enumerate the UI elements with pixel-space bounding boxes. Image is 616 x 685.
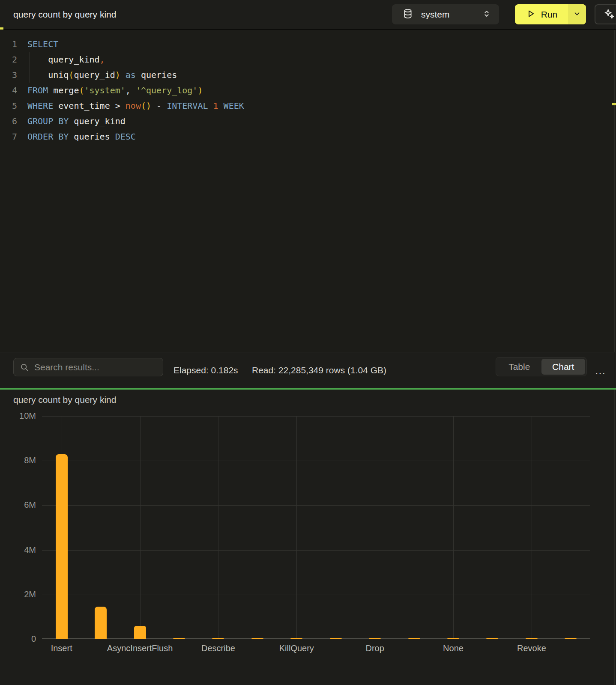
run-button[interactable]: Run xyxy=(515,4,586,24)
chevron-up-down-icon xyxy=(482,9,491,21)
chart-pane: query count by query kind 10M8M6M4M2M0 I… xyxy=(0,390,616,685)
bar[interactable] xyxy=(486,638,498,639)
indent-guide xyxy=(30,52,30,83)
bar[interactable] xyxy=(95,607,107,639)
search-icon xyxy=(20,363,29,372)
active-tab-marker xyxy=(0,27,3,30)
x-axis-label: Describe xyxy=(201,643,235,653)
bar[interactable] xyxy=(212,638,224,639)
y-axis-label: 10M xyxy=(0,411,36,421)
bar[interactable] xyxy=(56,454,68,639)
x-axis-label: Drop xyxy=(365,643,384,653)
code-line: 4FROM merge('system', '^query_log') xyxy=(0,83,600,98)
code-line: 7ORDER BY queries DESC xyxy=(0,129,600,144)
gridline-vertical xyxy=(140,416,141,639)
ellipsis-icon: … xyxy=(595,364,607,377)
gridline-vertical xyxy=(453,416,454,639)
chart-title: query count by query kind xyxy=(13,395,116,405)
code-line: 1SELECT xyxy=(0,36,600,52)
line-number: 2 xyxy=(0,52,17,67)
gridline-vertical xyxy=(218,416,218,639)
run-button-label: Run xyxy=(541,9,558,20)
gridline-horizontal xyxy=(42,550,590,551)
search-box[interactable] xyxy=(13,358,163,376)
gridline-horizontal xyxy=(42,595,590,595)
results-toolbar: Elapsed: 0.182s Read: 22,285,349 rows (1… xyxy=(0,352,616,388)
x-axis-line xyxy=(42,638,590,639)
bar[interactable] xyxy=(134,626,146,639)
bar[interactable] xyxy=(290,638,302,639)
bar[interactable] xyxy=(173,638,185,639)
y-axis-labels: 10M8M6M4M2M0 xyxy=(0,416,36,639)
bar[interactable] xyxy=(251,638,263,639)
line-number: 7 xyxy=(0,129,17,144)
scrollbar-cursor-marker xyxy=(612,103,616,105)
y-axis-label: 4M xyxy=(0,545,36,555)
editor-scrollbar[interactable] xyxy=(614,30,615,352)
query-title: query count by query kind xyxy=(13,0,116,29)
tab-chart[interactable]: Chart xyxy=(541,359,586,375)
tab-table[interactable]: Table xyxy=(497,359,541,375)
ai-assistant-button[interactable] xyxy=(595,4,616,24)
line-number: 5 xyxy=(0,98,17,113)
run-button-main[interactable]: Run xyxy=(515,4,568,24)
gridline-vertical xyxy=(532,416,532,639)
code-lines: 1SELECT2 query_kind,3 uniq(query_id) as … xyxy=(0,36,600,144)
x-axis-label: KillQuery xyxy=(279,643,314,653)
bar[interactable] xyxy=(330,638,342,639)
bar[interactable] xyxy=(369,638,381,639)
database-icon xyxy=(402,8,413,21)
code-line: 2 query_kind, xyxy=(0,52,600,67)
view-toggle: Table Chart xyxy=(496,357,587,376)
run-options-button[interactable] xyxy=(568,4,586,24)
line-number: 3 xyxy=(0,67,17,83)
read-stat: Read: 22,285,349 rows (1.04 GB) xyxy=(252,352,386,388)
code-text: ORDER BY queries DESC xyxy=(27,129,136,144)
code-line: 5WHERE event_time > now() - INTERVAL 1 W… xyxy=(0,98,600,113)
top-bar: query count by query kind system Run xyxy=(0,0,616,30)
code-text: uniq(query_id) as queries xyxy=(27,67,177,83)
bar[interactable] xyxy=(447,638,459,639)
gridline-horizontal xyxy=(42,505,590,506)
bar[interactable] xyxy=(526,638,538,639)
code-text: GROUP BY query_kind xyxy=(27,113,126,129)
more-options-button[interactable]: … xyxy=(591,352,610,388)
y-axis-label: 6M xyxy=(0,500,36,510)
elapsed-stat: Elapsed: 0.182s xyxy=(173,352,238,388)
code-line: 6GROUP BY query_kind xyxy=(0,113,600,129)
x-axis-label: Insert xyxy=(51,643,72,653)
bar[interactable] xyxy=(565,638,577,639)
x-axis-label: Revoke xyxy=(517,643,546,653)
code-line: 3 uniq(query_id) as queries xyxy=(0,67,600,83)
code-text: SELECT xyxy=(27,36,58,52)
search-results-input[interactable] xyxy=(34,362,158,372)
plot-area: InsertAsyncInsertFlushDescribeKillQueryD… xyxy=(42,416,590,639)
y-axis-label: 2M xyxy=(0,590,36,599)
gridline-horizontal xyxy=(42,461,590,461)
sparkles-icon xyxy=(603,8,615,21)
sql-editor[interactable]: 1SELECT2 query_kind,3 uniq(query_id) as … xyxy=(0,30,616,352)
pane-scrollbar-track xyxy=(614,390,615,685)
gridline-vertical xyxy=(296,416,297,639)
gridline-horizontal xyxy=(42,416,590,417)
bar[interactable] xyxy=(408,638,420,639)
code-text: WHERE event_time > now() - INTERVAL 1 WE… xyxy=(27,98,244,113)
gridline-vertical xyxy=(375,416,375,639)
play-icon xyxy=(526,9,536,21)
x-axis-label: None xyxy=(443,643,463,653)
database-selector[interactable]: system xyxy=(392,4,499,24)
y-axis-label: 0 xyxy=(0,634,36,644)
database-selector-value: system xyxy=(421,9,482,20)
x-axis-label: AsyncInsertFlush xyxy=(107,643,173,653)
code-text: query_kind, xyxy=(27,52,105,67)
code-text: FROM merge('system', '^query_log') xyxy=(27,83,203,98)
line-number: 6 xyxy=(0,113,17,129)
line-number: 1 xyxy=(0,36,17,52)
y-axis-label: 8M xyxy=(0,456,36,465)
chevron-down-icon xyxy=(573,10,581,19)
line-number: 4 xyxy=(0,83,17,98)
